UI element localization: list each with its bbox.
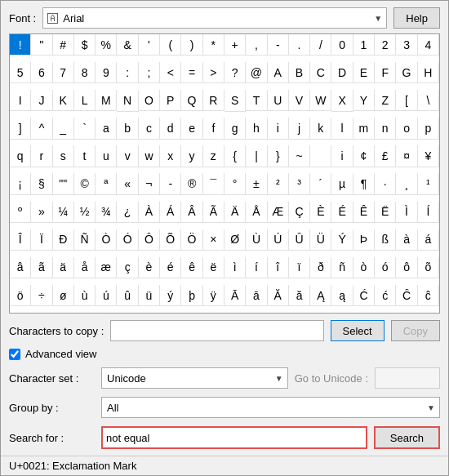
char-cell[interactable]: ą xyxy=(331,285,353,306)
char-cell[interactable]: Ñ xyxy=(74,229,96,251)
char-cell[interactable]: , xyxy=(246,34,267,56)
char-cell[interactable]: Î xyxy=(10,229,31,251)
char-cell[interactable]: ¯ xyxy=(203,173,224,194)
char-cell[interactable]: p xyxy=(418,118,439,139)
char-cell[interactable]: Ï xyxy=(31,229,52,251)
char-cell[interactable]: V xyxy=(289,90,310,111)
char-cell[interactable]: ă xyxy=(289,285,310,306)
char-cell[interactable]: g xyxy=(224,118,246,139)
search-input[interactable] xyxy=(101,426,367,449)
char-cell[interactable]: ~ xyxy=(289,145,310,167)
char-cell[interactable]: ā xyxy=(246,285,267,306)
char-cell[interactable]: 6 xyxy=(31,62,52,83)
char-cell[interactable]: Ú xyxy=(268,229,289,251)
char-cell[interactable]: ý xyxy=(160,285,181,306)
char-cell[interactable]: ± xyxy=(246,173,267,194)
char-cell[interactable]: U xyxy=(268,90,289,111)
char-cell[interactable]: v xyxy=(117,145,138,167)
char-cell[interactable]: 0 xyxy=(331,34,353,56)
char-cell[interactable]: Å xyxy=(246,202,267,223)
char-cell[interactable]: E xyxy=(353,62,375,83)
charset-select[interactable]: Unicode Windows-1252 UTF-8 xyxy=(101,367,288,389)
char-cell[interactable]: > xyxy=(203,62,224,83)
char-cell[interactable]: % xyxy=(96,34,117,56)
char-cell[interactable]: { xyxy=(224,145,246,167)
char-cell[interactable]: Ă xyxy=(268,285,289,306)
char-cell[interactable]: < xyxy=(160,62,181,83)
char-cell[interactable]: y xyxy=(181,145,202,167)
char-cell[interactable]: ĉ xyxy=(418,285,439,306)
char-cell[interactable]: © xyxy=(74,173,96,194)
char-cell[interactable]: i xyxy=(268,118,289,139)
char-cell[interactable]: a xyxy=(96,118,117,139)
char-cell[interactable]: W xyxy=(310,90,331,111)
char-cell[interactable]: Ã xyxy=(203,202,224,223)
char-cell[interactable]: ) xyxy=(181,34,202,56)
char-cell[interactable]: - xyxy=(268,34,289,56)
char-cell[interactable]: â xyxy=(10,257,31,278)
char-cell[interactable]: Ä xyxy=(224,202,246,223)
char-cell[interactable]: 9 xyxy=(96,62,117,83)
char-cell[interactable]: Æ xyxy=(268,202,289,223)
char-cell[interactable]: ï xyxy=(289,257,310,278)
char-cell[interactable]: Ü xyxy=(310,229,331,251)
char-cell[interactable]: Û xyxy=(289,229,310,251)
char-cell[interactable]: C xyxy=(310,62,331,83)
char-cell[interactable]: Ð xyxy=(53,229,74,251)
advanced-view-checkbox[interactable] xyxy=(9,349,20,360)
char-cell[interactable]: å xyxy=(74,257,96,278)
char-cell[interactable]: º xyxy=(10,202,31,223)
char-cell[interactable]: # xyxy=(53,34,74,56)
char-cell[interactable]: £ xyxy=(375,145,396,167)
char-cell[interactable]: É xyxy=(331,202,353,223)
char-cell[interactable]: ¼ xyxy=(53,202,74,223)
char-cell[interactable]: B xyxy=(289,62,310,83)
char-cell[interactable]: 3 xyxy=(396,34,417,56)
char-cell[interactable]: m xyxy=(353,118,375,139)
char-cell[interactable]: ¬ xyxy=(139,173,160,194)
char-cell[interactable]: L xyxy=(74,90,96,111)
copy-input[interactable] xyxy=(110,320,323,341)
char-cell[interactable]: ¹ xyxy=(418,173,439,194)
char-cell[interactable]: ß xyxy=(375,229,396,251)
char-cell[interactable]: Ê xyxy=(353,202,375,223)
char-cell[interactable]: 8 xyxy=(74,62,96,83)
char-cell[interactable]: h xyxy=(246,118,267,139)
char-cell[interactable]: Ö xyxy=(181,229,202,251)
char-cell[interactable]: » xyxy=(31,202,52,223)
char-cell[interactable]: O xyxy=(139,90,160,111)
char-cell[interactable]: ³ xyxy=(289,173,310,194)
char-cell[interactable]: þ xyxy=(181,285,202,306)
char-cell[interactable]: ¥ xyxy=(418,145,439,167)
char-cell[interactable]: Ù xyxy=(246,229,267,251)
char-cell[interactable]: é xyxy=(160,257,181,278)
char-cell[interactable]: k xyxy=(310,118,331,139)
char-cell[interactable]: 4 xyxy=(418,34,439,56)
char-cell[interactable]: l xyxy=(331,118,353,139)
char-cell[interactable]: w xyxy=(139,145,160,167)
char-cell[interactable]: Á xyxy=(160,202,181,223)
char-cell[interactable]: s xyxy=(53,145,74,167)
char-cell[interactable]: ÷ xyxy=(31,285,52,306)
char-cell[interactable]: } xyxy=(268,145,289,167)
advanced-view-label[interactable]: Advanced view xyxy=(25,348,96,360)
char-cell[interactable]: È xyxy=(310,202,331,223)
char-cell[interactable]: æ xyxy=(96,257,117,278)
char-cell[interactable]: × xyxy=(203,229,224,251)
char-cell[interactable]: Ć xyxy=(353,285,375,306)
char-cell[interactable]: î xyxy=(268,257,289,278)
char-cell[interactable]: S xyxy=(224,90,246,111)
char-cell[interactable]: R xyxy=(203,90,224,111)
char-cell[interactable]: t xyxy=(74,145,96,167)
help-button[interactable]: Help xyxy=(393,7,440,29)
char-cell[interactable]: Y xyxy=(353,90,375,111)
char-cell[interactable]: q xyxy=(10,145,31,167)
char-cell[interactable]: Õ xyxy=(160,229,181,251)
char-cell[interactable]: | xyxy=(246,145,267,167)
char-cell[interactable]: ½ xyxy=(74,202,96,223)
char-cell[interactable]: 2 xyxy=(375,34,396,56)
copy-button[interactable]: Copy xyxy=(391,320,440,341)
char-cell[interactable] xyxy=(310,145,331,167)
char-cell[interactable]: · xyxy=(375,173,396,194)
char-cell[interactable]: ; xyxy=(139,62,160,83)
